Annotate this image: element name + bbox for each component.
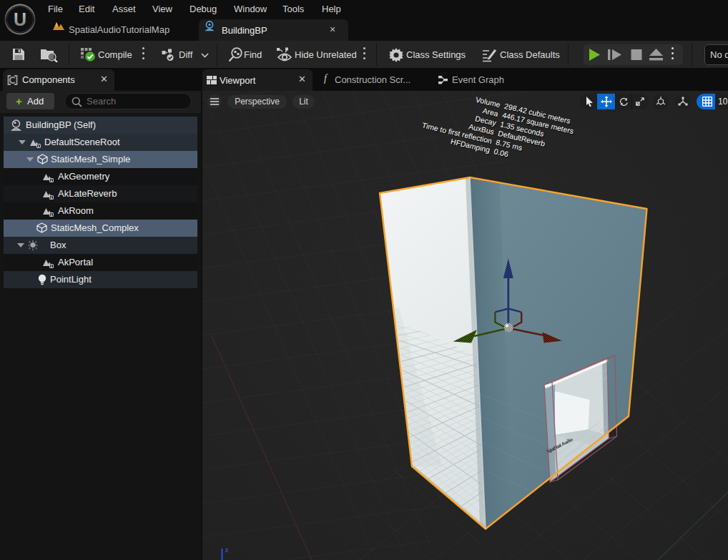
svg-text:z: z <box>225 546 229 554</box>
svg-text:U: U <box>14 9 26 29</box>
